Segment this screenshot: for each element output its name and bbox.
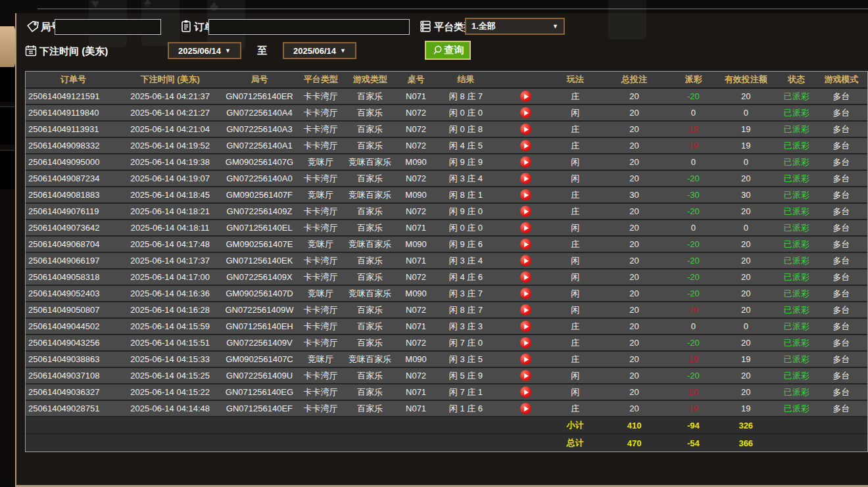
replay-play-icon[interactable] [520, 288, 531, 299]
cell-table_no: N071 [398, 91, 434, 101]
replay-play-icon[interactable] [520, 140, 531, 151]
cell-platform: 卡卡湾厅 [299, 173, 342, 185]
cell-replay [498, 370, 554, 381]
replay-play-icon[interactable] [520, 124, 531, 135]
cell-platform: 卡卡湾厅 [299, 403, 342, 415]
cell-order_no: 250614049044502 [26, 321, 121, 331]
cell-round_no: GM0902561407E [220, 239, 300, 249]
cell-game_mode: 多台 [815, 189, 867, 201]
game-no-input[interactable] [55, 19, 161, 35]
cell-result: 闲 0 庄 0 [434, 222, 498, 234]
cell-status: 已派彩 [777, 156, 815, 168]
cell-replay [498, 271, 554, 283]
order-no-input[interactable] [208, 19, 410, 35]
cell-valid_bet: 20 [714, 239, 777, 249]
cell-round_no: GM0902561407D [220, 289, 300, 298]
cell-bet_time: 2025-06-14 04:19:38 [121, 157, 220, 167]
replay-play-icon[interactable] [520, 304, 531, 315]
cell-valid_bet: 20 [714, 387, 777, 397]
cell-payout: -30 [672, 190, 714, 200]
cell-platform: 竞咪厅 [299, 288, 342, 300]
replay-play-icon[interactable] [520, 386, 531, 398]
cell-result: 闲 7 庄 0 [434, 337, 498, 349]
cell-bet_side: 闲 [554, 107, 596, 119]
subtotal-total-bet: 410 [596, 421, 673, 430]
replay-play-icon[interactable] [520, 403, 531, 414]
cell-replay [498, 91, 554, 102]
date-to-value: 2025/06/14 [293, 46, 336, 56]
replay-play-icon[interactable] [520, 271, 531, 283]
column-header: 桌号 [398, 74, 434, 85]
platform-type-select[interactable]: 1.全部 ▼ [465, 18, 565, 35]
replay-play-icon[interactable] [520, 91, 531, 102]
cell-game_type: 百家乐 [342, 255, 398, 267]
cell-table_no: N072 [398, 124, 434, 134]
table-row: 2506140490818832025-06-14 04:18:45GM0902… [26, 187, 867, 204]
date-range-to-label: 至 [257, 45, 267, 57]
cell-valid_bet: 19 [714, 141, 777, 151]
cell-table_no: N072 [398, 108, 434, 118]
cell-total_bet: 20 [596, 256, 673, 266]
date-from-select[interactable]: 2025/06/14 ▼ [168, 42, 241, 59]
cell-table_no: N072 [398, 141, 434, 151]
calendar-icon [24, 44, 37, 57]
cell-status: 已派彩 [777, 321, 815, 333]
cell-bet_time: 2025-06-14 04:17:48 [121, 239, 220, 249]
table-row: 2506140490872342025-06-14 04:19:07GN0722… [26, 171, 867, 187]
cell-bet_side: 闲 [554, 271, 596, 283]
cell-game_type: 百家乐 [342, 91, 398, 103]
server-list-icon [419, 20, 432, 33]
replay-play-icon[interactable] [520, 239, 531, 250]
cell-payout: -20 [672, 91, 714, 101]
cell-order_no: 250614049036327 [26, 387, 121, 397]
cell-total_bet: 20 [596, 108, 673, 118]
cell-total_bet: 20 [596, 289, 673, 298]
cell-game_type: 竞咪百家乐 [342, 189, 398, 201]
chevron-down-icon: ▼ [340, 47, 346, 54]
table-row: 2506140490950002025-06-14 04:19:38GM0902… [26, 154, 867, 171]
cell-platform: 竞咪厅 [299, 354, 342, 365]
cell-status: 已派彩 [777, 189, 815, 201]
search-icon [432, 45, 443, 56]
cell-table_no: M090 [398, 239, 434, 249]
cell-bet_time: 2025-06-14 04:15:22 [121, 387, 220, 397]
replay-play-icon[interactable] [520, 337, 531, 348]
cell-game_type: 百家乐 [342, 271, 398, 283]
replay-play-icon[interactable] [520, 156, 531, 168]
cell-order_no: 250614049043256 [26, 338, 121, 348]
date-to-select[interactable]: 2025/06/14 ▼ [283, 42, 356, 59]
cell-bet_time: 2025-06-14 04:21:27 [121, 108, 220, 118]
cell-round_no: GN072256140A4 [220, 108, 300, 118]
subtotal-payout: -94 [672, 421, 714, 430]
replay-play-icon[interactable] [520, 173, 531, 184]
cell-platform: 卡卡湾厅 [299, 255, 342, 267]
bet-history-panel: ♥ ♠ ♣ ♦ 局号 订单号 平台类型 1.全部 ▼ [16, 13, 868, 485]
cell-payout: 0 [672, 108, 714, 118]
cell-valid_bet: 0 [714, 321, 777, 331]
replay-play-icon[interactable] [520, 107, 531, 118]
cell-payout: -20 [672, 206, 714, 216]
table-row: 2506140490736422025-06-14 04:18:11GN0712… [26, 220, 867, 237]
cell-round_no: GN0722561409U [220, 371, 300, 381]
cell-game_type: 百家乐 [342, 403, 398, 415]
table-body: 2506140491215912025-06-14 04:21:37GN0712… [26, 89, 867, 417]
replay-play-icon[interactable] [520, 222, 531, 233]
replay-play-icon[interactable] [520, 354, 531, 365]
replay-play-icon[interactable] [520, 370, 531, 381]
cell-total_bet: 20 [596, 321, 673, 331]
replay-play-icon[interactable] [520, 189, 531, 200]
cell-order_no: 250614049038863 [26, 354, 121, 364]
replay-play-icon[interactable] [520, 206, 531, 217]
query-button-label: 查询 [445, 44, 464, 57]
cell-bet_side: 闲 [554, 173, 596, 185]
cell-bet_time: 2025-06-14 04:18:45 [121, 190, 220, 200]
table-row: 2506140491198402025-06-14 04:21:27GN0722… [26, 105, 867, 122]
cell-table_no: N072 [398, 272, 434, 282]
replay-play-icon[interactable] [520, 255, 531, 266]
table-row: 2506140491139312025-06-14 04:21:04GN0722… [26, 122, 867, 138]
replay-play-icon[interactable] [520, 321, 531, 332]
cell-status: 已派彩 [777, 239, 815, 250]
query-button[interactable]: 查询 [425, 41, 471, 60]
cell-replay [498, 173, 554, 184]
cell-status: 已派彩 [777, 107, 815, 119]
